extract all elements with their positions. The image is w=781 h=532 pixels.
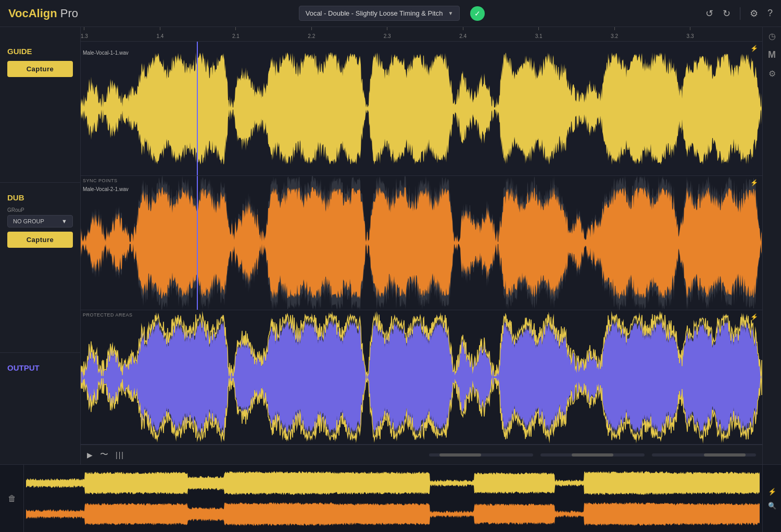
sidebar-guide-section: GUIDE Capture: [0, 27, 80, 183]
header-divider: [740, 7, 740, 20]
guide-track-icon: ⚡: [750, 45, 758, 52]
check-icon: ✓: [470, 6, 485, 21]
overview-icon-1[interactable]: ⚡: [768, 488, 776, 496]
scroll-bar-1[interactable]: [429, 453, 533, 457]
redo-button[interactable]: ↻: [723, 8, 730, 19]
app-logo: VocAlign Pro: [8, 7, 78, 20]
sync-points-label: SYNC POINTS: [83, 178, 118, 183]
transport-bar: ▶ 〜 |||: [81, 445, 762, 464]
ruler-mark-3.3: 3.3: [687, 27, 694, 39]
group-chevron-icon: ▼: [61, 218, 67, 224]
output-track: PROTECTED AREAS ⚡: [81, 310, 762, 445]
trash-icon: 🗑: [8, 494, 16, 503]
header: VocAlign Pro Vocal - Double - Slightly L…: [0, 0, 781, 27]
waveform-view-button[interactable]: 〜: [100, 449, 108, 460]
ruler-mark-3.1: 3.1: [535, 27, 543, 39]
guide-capture-button[interactable]: Capture: [7, 61, 73, 77]
output-label: OUTPUT: [7, 363, 73, 372]
ruler-mark-1.3: 1.3: [81, 27, 88, 39]
bars-view-button[interactable]: |||: [116, 451, 124, 459]
overview: 🗑 ⚡ 🔍: [0, 464, 781, 532]
content-area: 1.31.42.12.22.32.43.13.23.33.4 Male-Voca…: [81, 27, 762, 464]
ruler-mark-1.4: 1.4: [156, 27, 163, 39]
chevron-down-icon: ▼: [448, 10, 453, 16]
overview-guide-track: [26, 469, 760, 497]
preset-selector[interactable]: Vocal - Double - Slightly Loose Timing &…: [299, 6, 460, 21]
tracks-container: Male-Vocal-1-1.wav ⚡ SYNC POINTS Male-Vo…: [81, 42, 762, 445]
fader-icon[interactable]: ⚙: [769, 69, 776, 79]
timeline-ruler: 1.31.42.12.22.32.43.13.23.33.4: [81, 27, 762, 42]
dub-waveform: [81, 176, 762, 310]
output-track-icon: ⚡: [750, 313, 758, 321]
sidebar-dub-section: DUB GRouP NO GROUP ▼ Capture: [0, 183, 80, 353]
overview-dub-track: [26, 500, 760, 528]
right-panel: ◷ M ⚙: [762, 27, 781, 464]
ruler-marks: 1.31.42.12.22.32.43.13.23.33.4: [81, 27, 762, 41]
logo-pro: Pro: [57, 7, 78, 20]
scroll-bar-2[interactable]: [540, 453, 645, 457]
clock-icon[interactable]: ◷: [769, 31, 776, 41]
guide-label: GUIDE: [7, 47, 73, 56]
help-button[interactable]: ?: [767, 8, 773, 19]
scroll-bar-3[interactable]: [652, 453, 756, 457]
ruler-mark-2.2: 2.2: [308, 27, 315, 39]
protected-areas-label: PROTECTED AREAS: [83, 312, 133, 318]
overview-zoom-icon[interactable]: 🔍: [768, 502, 776, 510]
sidebar: GUIDE Capture DUB GRouP NO GROUP ▼ Captu…: [0, 27, 81, 464]
undo-button[interactable]: ↺: [706, 8, 713, 19]
settings-button[interactable]: ⚙: [750, 8, 758, 19]
overview-dub-waveform: [26, 500, 760, 528]
output-waveform: [81, 310, 762, 444]
group-select-dropdown[interactable]: NO GROUP ▼: [7, 215, 73, 227]
header-controls: ↺ ↻ ⚙ ?: [706, 7, 773, 20]
group-value: NO GROUP: [13, 218, 44, 224]
guide-track: Male-Vocal-1-1.wav ⚡: [81, 42, 762, 176]
ruler-mark-2.3: 2.3: [384, 27, 391, 39]
sidebar-output-section: OUTPUT: [0, 353, 80, 464]
trash-button[interactable]: 🗑: [0, 465, 24, 532]
guide-filename: Male-Vocal-1-1.wav: [83, 50, 129, 56]
play-button[interactable]: ▶: [87, 451, 93, 459]
overview-guide-waveform: [26, 469, 760, 497]
group-dropdown-label: GRouP: [7, 207, 73, 213]
overview-tracks: [24, 465, 762, 532]
ruler-mark-3.2: 3.2: [611, 27, 618, 39]
ruler-mark-2.1: 2.1: [232, 27, 240, 39]
dub-track-icon: ⚡: [750, 179, 758, 186]
dub-capture-button[interactable]: Capture: [7, 232, 73, 248]
dub-track: SYNC POINTS Male-Vocal-2-1.wav ⚡: [81, 176, 762, 310]
waveform-icon[interactable]: M: [768, 49, 776, 60]
guide-waveform: [81, 42, 762, 175]
overview-right-panel: ⚡ 🔍: [762, 465, 781, 532]
ruler-mark-2.4: 2.4: [459, 27, 467, 39]
dub-filename: Male-Vocal-2-1.wav: [83, 186, 129, 192]
logo-voc: VocAlign: [8, 7, 57, 20]
dub-label: DUB: [7, 193, 73, 202]
preset-label: Vocal - Double - Slightly Loose Timing &…: [306, 9, 443, 17]
main-area: GUIDE Capture DUB GRouP NO GROUP ▼ Captu…: [0, 27, 781, 464]
